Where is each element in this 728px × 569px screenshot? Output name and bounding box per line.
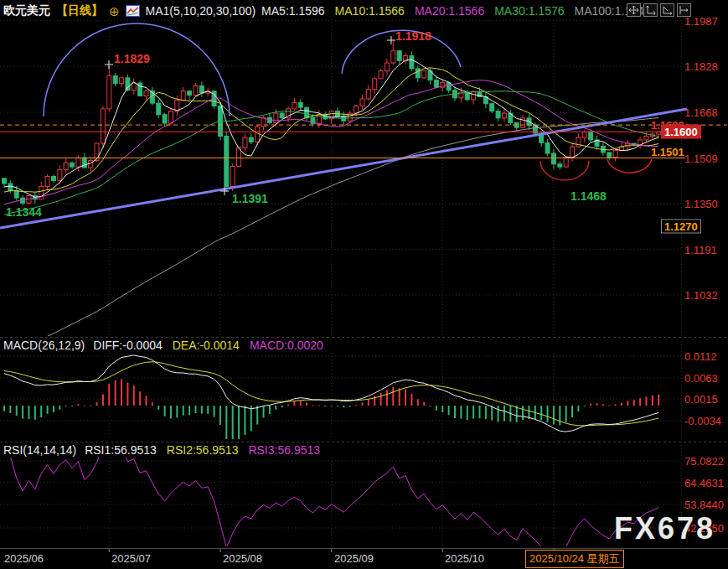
main-price-panel[interactable] — [3, 40, 661, 356]
axis-scale-left-icon[interactable] — [643, 3, 658, 17]
rsi-value-1: RSI2:56.9513 — [167, 443, 239, 457]
time-axis-label-0: 2025/06 — [4, 552, 44, 565]
macd-value-1: DEA:-0.0014 — [173, 339, 240, 352]
price-axis-label-4: 1.1350 — [684, 198, 718, 210]
rsi-settings-label[interactable]: RSI(14,14,14) — [3, 443, 76, 457]
axis-scale-bottom-icon[interactable] — [660, 3, 674, 17]
time-axis-label-2: 2025/08 — [223, 552, 262, 565]
mini-chart-icon[interactable] — [126, 5, 140, 17]
macd-axis-label-1: 0.0063 — [684, 371, 718, 384]
pan-icon[interactable] — [627, 3, 641, 17]
macd-axis-label-2: 0.0015 — [684, 393, 718, 406]
peak1-price-label: 1.1829 — [114, 52, 150, 65]
blue-arc-0[interactable] — [44, 23, 230, 116]
price-axis-label-6: 1.1032 — [684, 289, 718, 302]
crosshair-mark-0 — [105, 60, 113, 69]
ma-value-3: MA30:1.1576 — [494, 4, 564, 18]
macd-settings-label[interactable]: MACD(26,12,9) — [3, 339, 85, 352]
price-axis-label-2: 1.1668 — [684, 106, 718, 119]
macd-value-0: DIFF:-0.0004 — [93, 339, 162, 352]
crosshair-mark-1 — [387, 36, 395, 44]
chart-toolbar — [627, 3, 691, 17]
add-indicator-icon[interactable]: ⊕ — [109, 6, 120, 17]
ma-value-0: MA5:1.1596 — [261, 4, 325, 18]
price-axis-label-1: 1.1828 — [684, 60, 718, 73]
red-arc-1[interactable] — [607, 159, 652, 173]
chart-header: 欧元美元 【日线】 ⊕ MA1(5,10,20,30,100) MA5:1.15… — [3, 3, 651, 18]
ma-value-1: MA10:1.1566 — [335, 4, 405, 18]
macd-header: MACD(26,12,9) DIFF:-0.0004DEA:-0.0014MAC… — [3, 339, 323, 352]
rsi-header: RSI(14,14,14) RSI1:56.9513RSI2:56.9513RS… — [3, 443, 320, 457]
ma-settings-label[interactable]: MA1(5,10,20,30,100) — [146, 4, 256, 18]
macd-legend: DIFF:-0.0004DEA:-0.0014MACD:0.0020 — [93, 339, 323, 352]
macd-value-2: MACD:0.0020 — [250, 339, 323, 352]
rsi-axis-label-0: 75.0822 — [684, 455, 724, 468]
ma-legend: MA5:1.1596MA10:1.1566MA20:1.1566MA30:1.1… — [261, 4, 650, 18]
ma-value-2: MA20:1.1566 — [415, 4, 484, 18]
time-axis-label-1: 2025/07 — [111, 552, 151, 565]
time-axis-label-3: 2025/09 — [334, 552, 374, 565]
chart-canvas[interactable] — [0, 0, 728, 569]
price-axis-label-3: 1.1509 — [684, 152, 718, 164]
low1-price-label: 1.1391 — [232, 192, 268, 205]
low2-price-label: 1.1468 — [571, 189, 607, 203]
period-tag[interactable]: 【日线】 — [56, 3, 103, 18]
macd-panel[interactable] — [3, 355, 659, 443]
peak2-price-label: 1.1918 — [395, 29, 431, 43]
rsi-axis-label-1: 64.4631 — [684, 476, 724, 489]
time-axis-label-4: 2025/10 — [445, 552, 484, 565]
symbol-title: 欧元美元 — [3, 3, 50, 18]
macd-axis-label-0: 0.0112 — [684, 350, 717, 363]
rsi-legend: RSI1:56.9513RSI2:56.9513RSI3:56.9513 — [85, 443, 320, 457]
price-axis-label-5: 1.1191 — [684, 243, 717, 256]
rsi-value-0: RSI1:56.9513 — [85, 443, 157, 457]
low-left-price-label: 1.1344 — [6, 205, 42, 219]
current-price-badge: 1.1600 — [661, 125, 701, 139]
highlighted-date-label: 2025/10/24 星期五 — [525, 550, 624, 568]
price-axis-label-0: 1.1987 — [684, 14, 718, 27]
trading-app-window: 欧元美元 【日线】 ⊕ MA1(5,10,20,30,100) MA5:1.15… — [0, 0, 728, 569]
alert-price-badge: 1.1270 — [661, 220, 701, 234]
rsi-value-2: RSI3:56.9513 — [248, 443, 320, 457]
rsi-axis-label-2: 53.8440 — [684, 498, 724, 510]
macd-axis-label-3: -0.0034 — [684, 415, 721, 427]
support-line-label: 1.1501 — [651, 146, 684, 158]
watermark: FX678 — [614, 511, 715, 546]
